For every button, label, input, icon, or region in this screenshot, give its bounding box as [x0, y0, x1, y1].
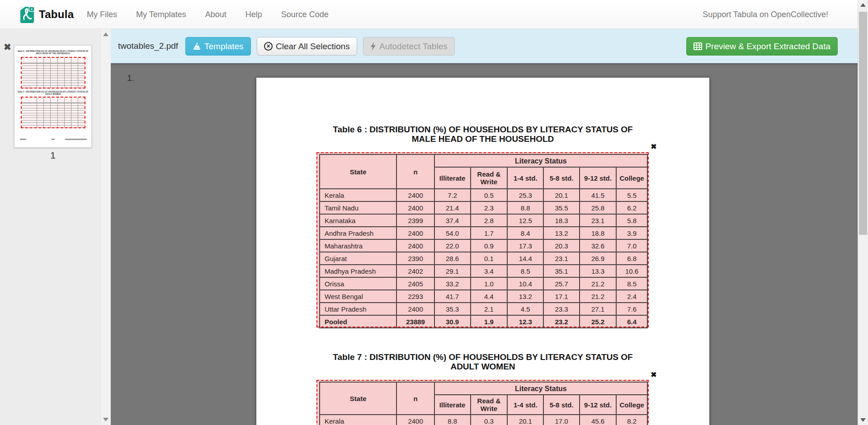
- value-cell: 23.1: [580, 214, 616, 227]
- value-cell: 2390: [396, 252, 434, 265]
- support-link[interactable]: Support Tabula on OpenCollective!: [703, 10, 828, 19]
- value-cell: 21.2: [580, 290, 616, 303]
- value-cell: 2.1: [471, 303, 508, 315]
- value-cell: 27.1: [580, 303, 616, 315]
- state-cell: Uttar Pradesh: [320, 303, 396, 315]
- group-header: Literacy Status: [434, 382, 647, 395]
- value-cell: 6.2: [616, 201, 647, 214]
- nav-item-my-templates[interactable]: My Templates: [136, 10, 186, 19]
- value-cell: 23.3: [543, 303, 580, 315]
- value-cell: 3.4: [471, 265, 508, 277]
- clear-all-selections-button[interactable]: ✕ Clear All Selections: [257, 37, 357, 56]
- scrollbar-thumb[interactable]: [859, 12, 867, 235]
- value-cell: 8.5: [507, 265, 543, 277]
- value-cell: 3.9: [616, 227, 647, 239]
- value-cell: 13.2: [543, 227, 580, 239]
- value-cell: 25.7: [543, 277, 580, 290]
- brand-title: Tabula: [39, 8, 74, 21]
- table-row: Madhya Pradesh240229.13.48.535.113.310.6: [320, 265, 647, 277]
- value-cell: 8.4: [507, 227, 543, 239]
- thumbnail-page-number: 1: [14, 150, 92, 161]
- table6-title: Table 6 : DISTRIBUTION (%) OF HOUSEHOLDS…: [256, 125, 709, 144]
- col-header: 1-4 std.: [507, 395, 543, 415]
- value-cell: 20.3: [543, 239, 580, 252]
- state-cell: Orissa: [320, 277, 396, 290]
- table-row: Tamil Nadu240021.42.38.835.525.86.2: [320, 201, 647, 214]
- col-header: Read & Write: [471, 167, 508, 189]
- page-label: 1.: [127, 73, 134, 83]
- nav-item-source-code[interactable]: Source Code: [281, 10, 329, 19]
- col-header: Read & Write: [471, 395, 508, 415]
- brand[interactable]: Tabula: [20, 5, 74, 23]
- scroll-up-icon[interactable]: [103, 33, 108, 36]
- navbar: Tabula My Files My Templates About Help …: [0, 0, 868, 29]
- clear-circle-x-icon: ✕: [264, 42, 273, 51]
- table7-selection[interactable]: StatenLiteracy StatusIlliterateRead & Wr…: [316, 380, 649, 425]
- pdf-page-1[interactable]: Table 6 : DISTRIBUTION (%) OF HOUSEHOLDS…: [256, 78, 709, 425]
- selection2-close-icon[interactable]: ✖: [649, 370, 658, 379]
- extracted-table-1: StatenLiteracy StatusIlliterateRead & Wr…: [319, 154, 648, 328]
- value-cell: 26.9: [580, 252, 616, 265]
- value-cell: 2400: [396, 189, 434, 201]
- nav-item-help[interactable]: Help: [245, 10, 262, 19]
- col-header: 1-4 std.: [507, 167, 543, 189]
- value-cell: 18.3: [543, 214, 580, 227]
- value-cell: 29.1: [434, 265, 471, 277]
- tabula-logo-icon: [20, 5, 35, 23]
- thumb-selection-2: [21, 97, 85, 128]
- value-cell: 8.8: [434, 415, 471, 425]
- document-filename: twotables_2.pdf: [118, 29, 178, 63]
- value-cell: 13.2: [507, 290, 543, 303]
- value-cell: 20.1: [543, 189, 580, 201]
- value-cell: 20.1: [507, 415, 543, 425]
- value-cell: 37.4: [434, 214, 471, 227]
- templates-button[interactable]: Templates: [185, 37, 251, 56]
- lightning-bolt-icon: [370, 42, 376, 51]
- scroll-down-icon[interactable]: [860, 418, 866, 422]
- col-header: 5-8 std.: [543, 395, 580, 415]
- state-cell: Maharashtra: [320, 239, 396, 252]
- value-cell: 17.3: [507, 239, 543, 252]
- value-cell: 8.8: [507, 201, 543, 214]
- value-cell: 10.4: [507, 277, 543, 290]
- table-grid-icon: [693, 42, 702, 50]
- state-cell: Kerala: [320, 415, 396, 425]
- preview-export-button[interactable]: Preview & Export Extracted Data: [686, 37, 838, 56]
- table6-selection[interactable]: StatenLiteracy StatusIlliterateRead & Wr…: [316, 152, 649, 327]
- value-cell: 2400: [396, 227, 434, 239]
- value-cell: 23889: [396, 315, 434, 328]
- table-row: Pooled2388930.91.912.323.225.26.4: [320, 315, 647, 328]
- value-cell: 10.6: [616, 265, 647, 277]
- extracted-table-2: StatenLiteracy StatusIlliterateRead & Wr…: [319, 382, 648, 425]
- value-cell: 23.2: [543, 315, 580, 328]
- selection1-close-icon[interactable]: ✖: [649, 142, 658, 151]
- page-thumbnail[interactable]: Table 6 : DISTRIBUTION (%) OF HOUSEHOLDS…: [14, 45, 92, 148]
- thumb-footer-mark: [52, 139, 55, 140]
- col-header: State: [320, 154, 396, 189]
- state-cell: West Bengal: [320, 290, 396, 303]
- remove-file-icon[interactable]: ✖: [4, 42, 11, 51]
- value-cell: 0.9: [471, 239, 508, 252]
- window-scrollbar[interactable]: [858, 0, 868, 425]
- value-cell: 0.1: [471, 252, 508, 265]
- col-header: n: [396, 382, 434, 415]
- value-cell: 5.5: [616, 189, 647, 201]
- value-cell: 8.5: [616, 277, 647, 290]
- nav-item-about[interactable]: About: [205, 10, 226, 19]
- nav-item-my-files[interactable]: My Files: [87, 10, 117, 19]
- scroll-down-icon[interactable]: [103, 418, 108, 421]
- nav-links: My Files My Templates About Help Source …: [87, 0, 329, 29]
- value-cell: 2400: [396, 303, 434, 315]
- value-cell: 2400: [396, 201, 434, 214]
- table-row: Uttar Pradesh240035.32.14.523.327.17.6: [320, 303, 647, 315]
- value-cell: 23.1: [543, 252, 580, 265]
- state-cell: Pooled: [320, 315, 396, 328]
- autodetect-tables-button: Autodetect Tables: [363, 37, 455, 56]
- sidebar-scrollbar[interactable]: [100, 29, 111, 425]
- state-cell: Andhra Pradesh: [320, 227, 396, 239]
- scroll-up-icon[interactable]: [860, 3, 866, 7]
- value-cell: 41.7: [434, 290, 471, 303]
- value-cell: 8.2: [616, 415, 647, 425]
- col-header: Illiterate: [434, 395, 471, 415]
- value-cell: 18.8: [580, 227, 616, 239]
